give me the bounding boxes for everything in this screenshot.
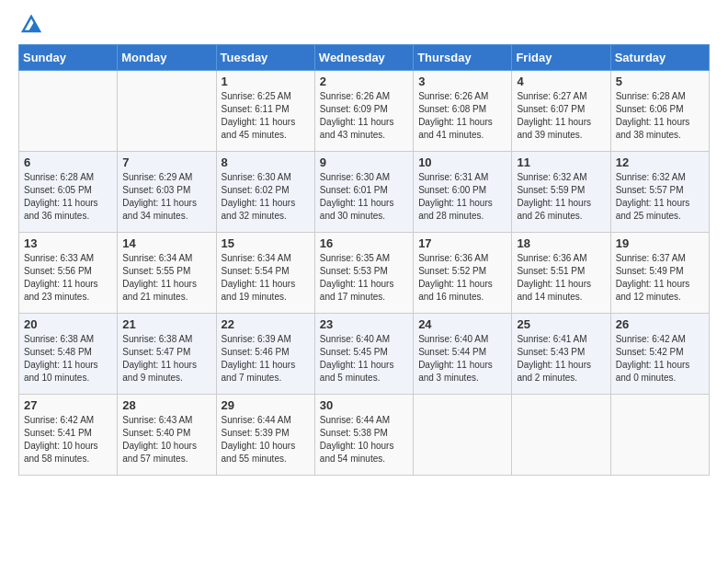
column-header-saturday: Saturday xyxy=(610,45,709,71)
day-cell xyxy=(610,395,709,476)
day-number: 30 xyxy=(320,398,408,412)
day-number: 19 xyxy=(616,236,704,250)
day-info: Sunrise: 6:31 AM Sunset: 6:00 PM Dayligh… xyxy=(418,171,506,223)
day-info: Sunrise: 6:37 AM Sunset: 5:49 PM Dayligh… xyxy=(616,252,704,304)
day-number: 3 xyxy=(418,75,506,88)
day-info: Sunrise: 6:39 AM Sunset: 5:46 PM Dayligh… xyxy=(222,333,310,385)
day-cell xyxy=(512,395,610,476)
day-number: 23 xyxy=(320,317,408,331)
day-number: 11 xyxy=(517,155,605,169)
day-number: 21 xyxy=(122,317,210,331)
day-info: Sunrise: 6:27 AM Sunset: 6:07 PM Dayligh… xyxy=(517,90,605,142)
column-header-sunday: Sunday xyxy=(19,45,118,71)
week-row-4: 20Sunrise: 6:38 AM Sunset: 5:48 PM Dayli… xyxy=(19,314,710,395)
day-cell: 25Sunrise: 6:41 AM Sunset: 5:43 PM Dayli… xyxy=(512,314,610,395)
day-cell: 16Sunrise: 6:35 AM Sunset: 5:53 PM Dayli… xyxy=(314,233,413,314)
day-cell: 9Sunrise: 6:30 AM Sunset: 6:01 PM Daylig… xyxy=(314,152,413,233)
logo-icon xyxy=(21,15,41,39)
day-number: 29 xyxy=(222,398,310,412)
calendar-header-row: SundayMondayTuesdayWednesdayThursdayFrid… xyxy=(19,45,710,71)
day-cell: 26Sunrise: 6:42 AM Sunset: 5:42 PM Dayli… xyxy=(610,314,709,395)
day-info: Sunrise: 6:34 AM Sunset: 5:54 PM Dayligh… xyxy=(222,252,310,304)
day-cell xyxy=(118,71,216,152)
day-cell: 12Sunrise: 6:32 AM Sunset: 5:57 PM Dayli… xyxy=(610,152,709,233)
day-cell: 29Sunrise: 6:44 AM Sunset: 5:39 PM Dayli… xyxy=(216,395,314,476)
day-cell: 4Sunrise: 6:27 AM Sunset: 6:07 PM Daylig… xyxy=(512,71,610,152)
day-info: Sunrise: 6:43 AM Sunset: 5:40 PM Dayligh… xyxy=(122,414,210,465)
day-number: 1 xyxy=(222,75,310,88)
day-number: 9 xyxy=(320,155,408,169)
day-cell xyxy=(414,395,512,476)
day-cell: 30Sunrise: 6:44 AM Sunset: 5:38 PM Dayli… xyxy=(314,395,413,476)
day-number: 26 xyxy=(616,317,704,331)
day-info: Sunrise: 6:28 AM Sunset: 6:05 PM Dayligh… xyxy=(24,171,112,223)
day-cell: 17Sunrise: 6:36 AM Sunset: 5:52 PM Dayli… xyxy=(414,233,512,314)
day-info: Sunrise: 6:26 AM Sunset: 6:09 PM Dayligh… xyxy=(320,90,408,142)
day-number: 18 xyxy=(517,236,605,250)
day-number: 15 xyxy=(222,236,310,250)
day-number: 28 xyxy=(122,398,210,412)
day-number: 20 xyxy=(24,317,112,331)
day-info: Sunrise: 6:26 AM Sunset: 6:08 PM Dayligh… xyxy=(418,90,506,142)
header xyxy=(18,9,710,39)
day-info: Sunrise: 6:32 AM Sunset: 5:57 PM Dayligh… xyxy=(616,171,704,223)
day-info: Sunrise: 6:38 AM Sunset: 5:48 PM Dayligh… xyxy=(24,333,112,385)
column-header-friday: Friday xyxy=(512,45,610,71)
day-number: 22 xyxy=(222,317,310,331)
day-cell: 15Sunrise: 6:34 AM Sunset: 5:54 PM Dayli… xyxy=(216,233,314,314)
day-cell: 14Sunrise: 6:34 AM Sunset: 5:55 PM Dayli… xyxy=(118,233,216,314)
day-info: Sunrise: 6:44 AM Sunset: 5:39 PM Dayligh… xyxy=(222,414,310,465)
column-header-tuesday: Tuesday xyxy=(216,45,314,71)
day-info: Sunrise: 6:34 AM Sunset: 5:55 PM Dayligh… xyxy=(122,252,210,304)
week-row-3: 13Sunrise: 6:33 AM Sunset: 5:56 PM Dayli… xyxy=(19,233,710,314)
day-info: Sunrise: 6:28 AM Sunset: 6:06 PM Dayligh… xyxy=(616,90,704,142)
day-cell: 19Sunrise: 6:37 AM Sunset: 5:49 PM Dayli… xyxy=(610,233,709,314)
day-info: Sunrise: 6:25 AM Sunset: 6:11 PM Dayligh… xyxy=(222,90,310,142)
day-cell: 13Sunrise: 6:33 AM Sunset: 5:56 PM Dayli… xyxy=(19,233,118,314)
day-cell: 27Sunrise: 6:42 AM Sunset: 5:41 PM Dayli… xyxy=(19,395,118,476)
day-info: Sunrise: 6:36 AM Sunset: 5:51 PM Dayligh… xyxy=(517,252,605,304)
week-row-2: 6Sunrise: 6:28 AM Sunset: 6:05 PM Daylig… xyxy=(19,152,710,233)
day-info: Sunrise: 6:30 AM Sunset: 6:02 PM Dayligh… xyxy=(222,171,310,223)
day-info: Sunrise: 6:35 AM Sunset: 5:53 PM Dayligh… xyxy=(320,252,408,304)
day-info: Sunrise: 6:36 AM Sunset: 5:52 PM Dayligh… xyxy=(418,252,506,304)
day-number: 27 xyxy=(24,398,112,412)
column-header-wednesday: Wednesday xyxy=(314,45,413,71)
week-row-5: 27Sunrise: 6:42 AM Sunset: 5:41 PM Dayli… xyxy=(19,395,710,476)
day-number: 17 xyxy=(418,236,506,250)
day-info: Sunrise: 6:29 AM Sunset: 6:03 PM Dayligh… xyxy=(122,171,210,223)
day-number: 8 xyxy=(222,155,310,169)
day-cell xyxy=(19,71,118,152)
day-number: 7 xyxy=(122,155,210,169)
day-number: 6 xyxy=(24,155,112,169)
column-header-thursday: Thursday xyxy=(414,45,512,71)
day-number: 14 xyxy=(122,236,210,250)
day-cell: 21Sunrise: 6:38 AM Sunset: 5:47 PM Dayli… xyxy=(118,314,216,395)
day-info: Sunrise: 6:38 AM Sunset: 5:47 PM Dayligh… xyxy=(122,333,210,385)
day-info: Sunrise: 6:30 AM Sunset: 6:01 PM Dayligh… xyxy=(320,171,408,223)
day-cell: 22Sunrise: 6:39 AM Sunset: 5:46 PM Dayli… xyxy=(216,314,314,395)
day-info: Sunrise: 6:40 AM Sunset: 5:45 PM Dayligh… xyxy=(320,333,408,385)
day-cell: 6Sunrise: 6:28 AM Sunset: 6:05 PM Daylig… xyxy=(19,152,118,233)
day-cell: 8Sunrise: 6:30 AM Sunset: 6:02 PM Daylig… xyxy=(216,152,314,233)
day-info: Sunrise: 6:32 AM Sunset: 5:59 PM Dayligh… xyxy=(517,171,605,223)
day-cell: 2Sunrise: 6:26 AM Sunset: 6:09 PM Daylig… xyxy=(314,71,413,152)
day-cell: 5Sunrise: 6:28 AM Sunset: 6:06 PM Daylig… xyxy=(610,71,709,152)
day-cell: 3Sunrise: 6:26 AM Sunset: 6:08 PM Daylig… xyxy=(414,71,512,152)
day-info: Sunrise: 6:42 AM Sunset: 5:42 PM Dayligh… xyxy=(616,333,704,385)
day-cell: 11Sunrise: 6:32 AM Sunset: 5:59 PM Dayli… xyxy=(512,152,610,233)
day-number: 24 xyxy=(418,317,506,331)
day-cell: 28Sunrise: 6:43 AM Sunset: 5:40 PM Dayli… xyxy=(118,395,216,476)
day-number: 25 xyxy=(517,317,605,331)
day-info: Sunrise: 6:44 AM Sunset: 5:38 PM Dayligh… xyxy=(320,414,408,465)
day-number: 10 xyxy=(418,155,506,169)
day-info: Sunrise: 6:33 AM Sunset: 5:56 PM Dayligh… xyxy=(24,252,112,304)
column-header-monday: Monday xyxy=(118,45,216,71)
day-info: Sunrise: 6:40 AM Sunset: 5:44 PM Dayligh… xyxy=(418,333,506,385)
day-cell: 10Sunrise: 6:31 AM Sunset: 6:00 PM Dayli… xyxy=(414,152,512,233)
day-number: 12 xyxy=(616,155,704,169)
day-number: 2 xyxy=(320,75,408,88)
day-number: 4 xyxy=(517,75,605,88)
day-cell: 20Sunrise: 6:38 AM Sunset: 5:48 PM Dayli… xyxy=(19,314,118,395)
day-cell: 1Sunrise: 6:25 AM Sunset: 6:11 PM Daylig… xyxy=(216,71,314,152)
